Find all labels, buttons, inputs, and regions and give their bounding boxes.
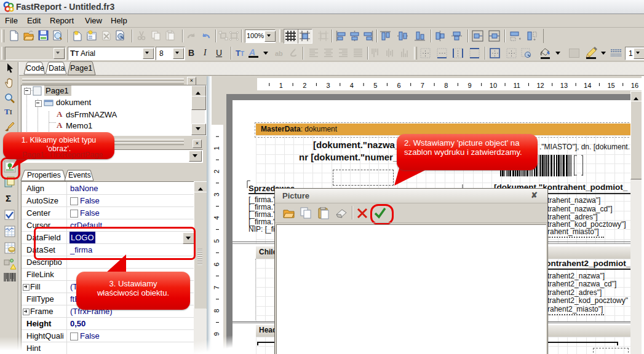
svg-text:5: 5 [373,82,377,89]
svg-text:10: 10 [490,82,497,89]
svg-text:4: 4 [213,216,220,219]
svg-text:11: 11 [513,82,520,89]
svg-text:9: 9 [468,82,472,89]
svg-text:3: 3 [327,82,330,89]
svg-text:5: 5 [213,239,220,243]
svg-text:15: 15 [607,82,614,89]
svg-text:13: 13 [560,82,568,89]
svg-text:12: 12 [536,82,544,89]
svg-text:8: 8 [444,82,448,89]
svg-text:1: 1 [213,146,220,150]
svg-text:1: 1 [279,82,283,89]
svg-text:4: 4 [350,82,354,89]
svg-text:2: 2 [213,170,220,173]
svg-text:3: 3 [213,193,220,197]
svg-text:2: 2 [303,82,306,89]
svg-text:8: 8 [213,309,220,313]
svg-text:6: 6 [397,82,401,89]
svg-text:6: 6 [213,262,220,266]
svg-text:14: 14 [584,82,591,89]
svg-text:7: 7 [421,82,424,89]
svg-text:16: 16 [631,82,638,89]
svg-text:7: 7 [213,286,220,289]
